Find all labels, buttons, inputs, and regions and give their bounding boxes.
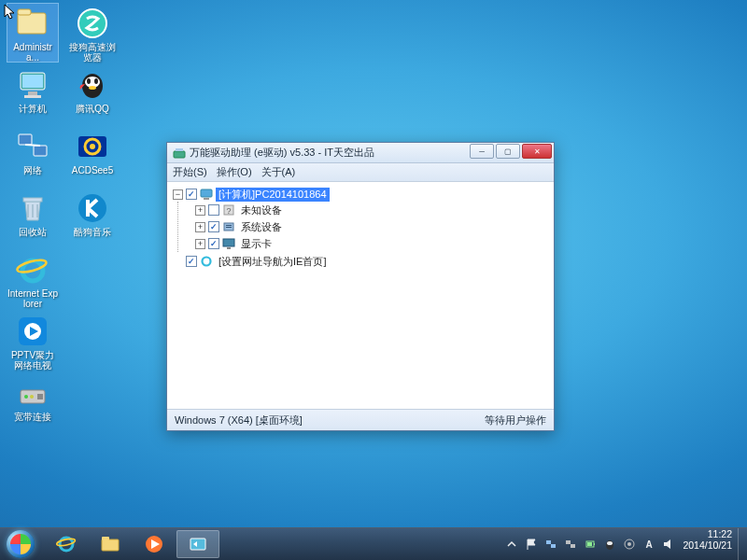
svg-rect-47 [551, 544, 556, 548]
desktop-icon-dialup[interactable]: 宽带连接 [7, 373, 58, 431]
menu-action[interactable]: 操作(O) [217, 165, 252, 179]
desktop-icon-administrator[interactable]: Administra... [7, 4, 58, 62]
menu-about[interactable]: 关于(A) [261, 165, 296, 179]
tree-node: +✓显示卡 [195, 235, 548, 252]
taskbar-ie-button[interactable] [45, 530, 88, 558]
desktop-icon-network[interactable]: 网络 [7, 127, 58, 185]
tray-A-icon[interactable]: A [642, 538, 655, 551]
svg-point-56 [627, 542, 631, 546]
tree-node-label[interactable]: [计算机]PC2014101864 [216, 188, 330, 202]
svg-rect-28 [174, 151, 185, 158]
minimize-button[interactable]: ─ [470, 144, 494, 159]
svg-rect-30 [201, 189, 212, 197]
system-node-icon [222, 220, 235, 233]
titlebar[interactable]: 万能驱动助理 (e驱动) v5.33 - IT天空出品 ─ ▢ ✕ [167, 143, 554, 163]
tree-node-label[interactable]: 未知设备 [238, 203, 285, 217]
app-window: 万能驱动助理 (e驱动) v5.33 - IT天空出品 ─ ▢ ✕ 开始(S) … [166, 142, 555, 431]
tray-net1-icon[interactable] [544, 538, 557, 551]
expander-icon[interactable]: + [195, 222, 205, 232]
svg-rect-4 [22, 75, 43, 88]
close-button[interactable]: ✕ [522, 144, 552, 159]
taskbar-wmp-button[interactable] [133, 530, 176, 558]
svg-point-39 [203, 258, 211, 266]
icon-label: 搜狗高速浏览器 [67, 42, 118, 63]
svg-point-54 [607, 541, 613, 545]
svg-point-26 [30, 395, 34, 399]
desktop-icon-pptv[interactable]: PPTV聚力 网络电视 [7, 312, 58, 370]
taskbar-app-button[interactable] [176, 530, 219, 558]
desktop-icon-sogou[interactable]: 搜狗高速浏览器 [67, 4, 118, 62]
svg-rect-6 [24, 95, 41, 98]
show-desktop-button[interactable] [738, 528, 747, 560]
checkbox[interactable]: ✓ [208, 238, 219, 249]
menu-start[interactable]: 开始(S) [173, 165, 207, 179]
computer-node-icon [200, 188, 213, 201]
tray-qq-icon[interactable] [603, 538, 616, 551]
icon-label: 宽带连接 [14, 412, 51, 422]
svg-rect-13 [34, 146, 47, 156]
svg-rect-49 [571, 544, 575, 548]
tree-node-label[interactable]: [设置网址导航为IE首页] [216, 255, 330, 269]
desktop-icon-ie[interactable]: Internet Explorer [7, 250, 58, 308]
unknown-node-icon: ? [222, 203, 235, 217]
svg-line-14 [25, 145, 40, 146]
tray-eye-icon[interactable] [623, 538, 636, 551]
expander-icon[interactable]: + [195, 239, 205, 249]
desktop-icon-computer[interactable]: 计算机 [7, 65, 58, 123]
tree-root: −✓[计算机]PC2014101864+?未知设备+✓系统设备+✓显示卡 [173, 186, 548, 253]
taskbar-clock[interactable]: 11:22 2014/10/21 [677, 528, 738, 560]
svg-rect-0 [18, 13, 46, 34]
window-buttons: ─ ▢ ✕ [470, 143, 554, 162]
svg-rect-1 [18, 9, 31, 15]
tray-up-icon[interactable] [505, 538, 518, 551]
svg-rect-42 [102, 539, 119, 551]
svg-text:?: ? [226, 206, 231, 216]
desktop-icon-qq[interactable]: 腾讯QQ [67, 65, 118, 123]
acdsee-icon [75, 129, 110, 164]
icon-label: 酷狗音乐 [74, 227, 111, 237]
tray-net2-icon[interactable] [564, 538, 577, 551]
svg-rect-29 [176, 148, 183, 151]
desktop-icons: Administra...搜狗高速浏览器计算机腾讯QQ网络ACDSee5回收站酷… [7, 4, 118, 431]
tree-node-label[interactable]: 显示卡 [238, 237, 275, 251]
svg-point-25 [24, 395, 28, 399]
svg-point-9 [87, 78, 91, 84]
checkbox[interactable]: ✓ [208, 221, 219, 232]
svg-rect-35 [226, 225, 232, 226]
expander-icon[interactable]: + [195, 205, 205, 216]
clock-date: 2014/10/21 [683, 539, 732, 551]
status-left: Windows 7 (X64) [桌面环境] [175, 413, 303, 427]
pptv-icon [15, 314, 50, 349]
tree-node: +?未知设备 [195, 202, 548, 218]
qq-icon [75, 67, 110, 103]
maximize-button[interactable]: ▢ [496, 144, 520, 159]
svg-rect-43 [102, 537, 109, 540]
svg-rect-5 [28, 91, 37, 95]
kugou-icon [75, 190, 110, 226]
checkbox[interactable]: ✓ [186, 189, 197, 200]
svg-point-11 [89, 86, 96, 90]
taskbar-explorer-button[interactable] [89, 530, 132, 558]
network-icon [15, 129, 50, 164]
display-node-icon [222, 237, 235, 250]
checkbox[interactable]: ✓ [186, 256, 197, 267]
task-list [41, 528, 219, 560]
expander-icon[interactable]: − [173, 189, 183, 200]
tree-node-label[interactable]: 系统设备 [238, 220, 285, 234]
tray-speaker-icon[interactable] [662, 538, 675, 551]
ie-icon [15, 252, 50, 287]
tray-charge-icon[interactable] [584, 538, 597, 551]
icon-label: Internet Explorer [7, 288, 58, 309]
svg-rect-36 [226, 227, 232, 228]
tray-flag-icon[interactable] [525, 538, 538, 551]
desktop-icon-kugou[interactable]: 酷狗音乐 [67, 189, 118, 246]
svg-rect-38 [227, 247, 231, 249]
app-icon [173, 147, 186, 160]
tree-extra: ✓[设置网址导航为IE首页] [173, 253, 548, 270]
checkbox[interactable] [208, 204, 219, 216]
desktop-icon-acdsee[interactable]: ACDSee5 [67, 127, 118, 185]
administrator-icon [15, 6, 50, 41]
start-button[interactable] [0, 528, 41, 560]
tree-pane[interactable]: −✓[计算机]PC2014101864+?未知设备+✓系统设备+✓显示卡✓[设置… [167, 182, 554, 410]
desktop-icon-recycle[interactable]: 回收站 [7, 189, 58, 246]
